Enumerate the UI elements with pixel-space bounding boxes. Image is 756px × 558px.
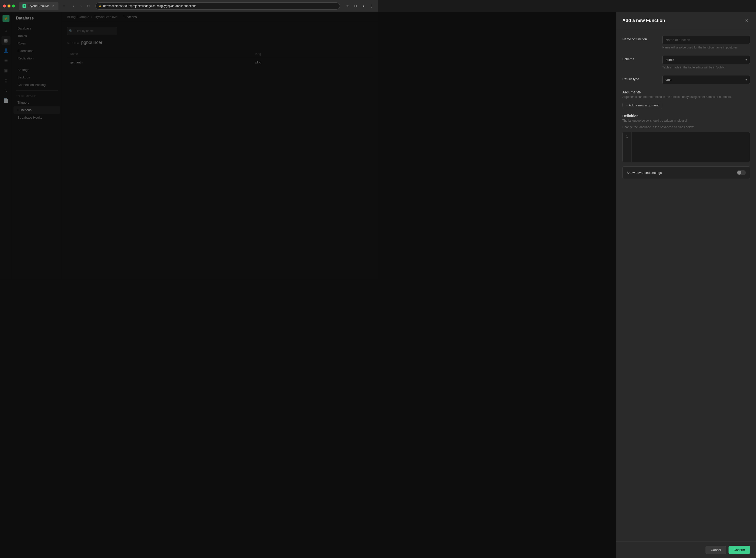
traffic-lights	[3, 4, 15, 7]
forward-button[interactable]: ›	[78, 3, 84, 9]
tab-title: TryAndBreakMe	[28, 4, 49, 8]
browser-navigation: ‹ › ↻	[71, 3, 92, 9]
extensions-icon[interactable]: ⚙	[352, 2, 359, 9]
menu-icon[interactable]: ⋮	[368, 2, 375, 9]
tab-favicon: S	[23, 4, 26, 8]
reload-button[interactable]: ↻	[85, 3, 92, 9]
new-tab-button[interactable]: +	[60, 2, 68, 9]
app-container: ⚡ ⌂ ▦ 👤 ☰ ▣ ⟨⟩ ∿ 📄 ⚙ 👤 Database Database…	[0, 12, 378, 279]
browser-chrome: S TryAndBreakMe ✕ + ‹ › ↻ 🔒 http://local…	[0, 0, 378, 12]
address-bar[interactable]: 🔒 http://localhost:8082/project/zwfdhgcj…	[96, 2, 340, 9]
profile-icon[interactable]: ●	[360, 2, 367, 9]
lock-icon: 🔒	[99, 4, 102, 7]
back-button[interactable]: ‹	[71, 3, 76, 9]
modal-overlay: Add a new Function ✕ Name of function Na…	[0, 12, 378, 279]
tab-close-button[interactable]: ✕	[51, 4, 55, 8]
bookmark-icon[interactable]: ☆	[344, 2, 351, 9]
browser-tab[interactable]: S TryAndBreakMe ✕	[19, 2, 58, 10]
url-text: http://localhost:8082/project/zwfdhgcjch…	[103, 4, 196, 8]
maximize-window-button[interactable]	[12, 4, 15, 7]
minimize-window-button[interactable]	[7, 4, 10, 7]
close-window-button[interactable]	[3, 4, 6, 7]
browser-actions: ☆ ⚙ ● ⋮	[344, 2, 375, 9]
